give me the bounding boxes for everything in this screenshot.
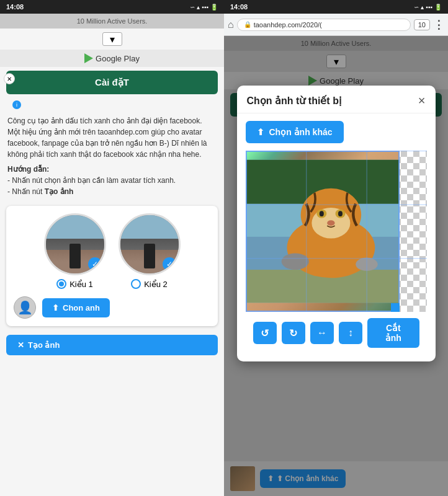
image-options: ✓ Kiểu 1 ✓ Kiểu 2 — [14, 213, 210, 289]
chevron-down-icon: ▾ — [110, 33, 115, 45]
left-status-bar: 14:08 ∽ ▴ ▪▪▪ 🔋 — [0, 0, 224, 14]
tiger-svg — [246, 151, 400, 312]
guide-title: Hướng dẫn: — [7, 165, 49, 174]
tao-anh-icon: ✕ — [17, 340, 24, 350]
option2-label: Kiểu 2 — [144, 280, 168, 289]
google-play-text: Google Play — [96, 54, 140, 63]
flip-h-icon: ↔ — [317, 327, 327, 339]
crop-handle[interactable] — [391, 303, 400, 312]
controls-row: ↺ ↻ ↔ ↕ Cắt ảnh — [246, 312, 427, 354]
modal-title: Chọn ảnh từ thiết bị — [247, 95, 341, 107]
image-option-1: ✓ Kiểu 1 — [44, 213, 106, 289]
tab-count-btn[interactable]: 10 — [414, 19, 430, 30]
left-close-btn[interactable]: ✕ — [4, 73, 15, 84]
home-button[interactable]: ⌂ — [228, 19, 234, 30]
modal-overlay: Chọn ảnh từ thiết bị × ⬆ Chọn ảnh khác — [224, 36, 448, 496]
url-text: taoanhdep.com/2020/( — [254, 21, 322, 29]
desc-paragraph: Công cụ tạo ảnh dấu tích xanh cho ảnh đạ… — [7, 115, 217, 160]
guide-step1: - Nhấn nút chọn ảnh bạn cần làm avatar t… — [7, 176, 176, 185]
lock-icon: 🔒 — [244, 21, 251, 28]
right-signal-icon: ▪▪▪ — [426, 4, 432, 11]
right-status-bar: 14:08 ∽ ▴ ▪▪▪ 🔋 — [224, 0, 448, 14]
url-bar[interactable]: 🔒 taoanhdep.com/2020/( — [237, 19, 411, 31]
google-play-logo: Google Play — [84, 53, 140, 63]
left-description: Công cụ tạo ảnh dấu tích xanh cho ảnh đạ… — [0, 109, 224, 201]
play-icon — [84, 53, 93, 63]
guide-bold: Tạo ảnh — [45, 187, 74, 196]
svg-point-12 — [281, 253, 308, 270]
bluetooth-icon: ∽ — [190, 4, 195, 11]
right-wifi-icon: ▴ — [421, 4, 424, 11]
flip-v-icon: ↕ — [348, 327, 353, 339]
svg-point-11 — [327, 220, 334, 226]
card-bottom: 👤 ⬆ Chon anh — [14, 296, 210, 319]
flip-h-btn[interactable]: ↔ — [310, 322, 334, 344]
right-time: 14:08 — [230, 3, 248, 11]
wifi-icon: ▴ — [197, 4, 200, 11]
left-ad-banner: 10 Million Active Users. — [0, 14, 224, 29]
right-bluetooth-icon: ∽ — [414, 4, 419, 11]
signal-icon: ▪▪▪ — [202, 4, 208, 11]
tao-anh-button[interactable]: ✕ Tạo ảnh — [6, 335, 218, 355]
rotate-left-btn[interactable]: ↺ — [253, 322, 277, 344]
right-content-area: 10 Million Active Users. ▾ Google Play C… — [224, 36, 448, 496]
guide-section: Hướng dẫn: - Nhấn nút chọn ảnh bạn cần l… — [7, 164, 217, 197]
chon-anh-khac-label: Chọn ảnh khác — [269, 127, 333, 137]
right-panel: 14:08 ∽ ▴ ▪▪▪ 🔋 ⌂ 🔒 taoanhdep.com/2020/(… — [224, 0, 448, 496]
svg-point-9 — [319, 211, 323, 216]
close-icon: ✕ — [7, 76, 12, 82]
svg-point-13 — [356, 258, 377, 271]
verified-badge-2: ✓ — [163, 257, 176, 271]
crop-area[interactable] — [246, 151, 427, 312]
modal-box: Chọn ảnh từ thiết bị × ⬆ Chọn ảnh khác — [237, 86, 436, 361]
option2-image: ✓ — [119, 213, 181, 275]
svg-point-10 — [338, 211, 342, 216]
chon-anh-khac-btn[interactable]: ⬆ Chọn ảnh khác — [246, 121, 344, 143]
browser-menu-icon[interactable]: ⋮ — [433, 18, 444, 32]
tao-anh-label: Tạo ảnh — [28, 340, 60, 350]
option2-radio[interactable] — [131, 279, 141, 289]
option1-label: Kiểu 1 — [69, 280, 93, 289]
option1-radio[interactable] — [56, 279, 66, 289]
left-status-icons: ∽ ▴ ▪▪▪ 🔋 — [190, 4, 218, 11]
left-install-btn[interactable]: Cài đặT — [6, 71, 218, 94]
flip-v-btn[interactable]: ↕ — [339, 322, 362, 344]
upload-icon: ⬆ — [52, 303, 59, 312]
left-panel: 14:08 ∽ ▴ ▪▪▪ 🔋 10 Million Active Users.… — [0, 0, 224, 496]
left-image-card: ✓ Kiểu 1 ✓ Kiểu 2 — [6, 206, 218, 326]
modal-body: ⬆ Chọn ảnh khác — [237, 113, 436, 361]
person-icon: 👤 — [17, 300, 33, 315]
person-2 — [144, 244, 155, 268]
chon-anh-label: Chon anh — [63, 303, 100, 312]
option1-image: ✓ — [44, 213, 106, 275]
rotate-right-btn[interactable]: ↻ — [282, 322, 305, 344]
modal-header: Chọn ảnh từ thiết bị × — [237, 86, 436, 113]
rotate-left-icon: ↺ — [261, 327, 269, 339]
image-option-2: ✓ Kiểu 2 — [119, 213, 181, 289]
info-icon: i — [12, 100, 21, 109]
right-battery-icon: 🔋 — [434, 4, 442, 11]
right-status-icons: ∽ ▴ ▪▪▪ 🔋 — [414, 4, 442, 11]
person-1 — [69, 244, 81, 268]
tiger-image — [246, 151, 400, 312]
option2-radio-label[interactable]: Kiểu 2 — [131, 279, 168, 289]
left-ad-text: 10 Million Active Users. — [77, 17, 148, 25]
option1-radio-label[interactable]: Kiểu 1 — [56, 279, 93, 289]
left-google-play: Google Play — [0, 50, 224, 67]
browser-bar: ⌂ 🔒 taoanhdep.com/2020/( 10 ⋮ — [224, 14, 448, 36]
guide-step2: - Nhấn nút — [7, 187, 42, 196]
battery-icon: 🔋 — [210, 4, 218, 11]
verified-badge-1: ✓ — [88, 257, 102, 271]
upload-icon-modal: ⬆ — [257, 127, 264, 137]
avatar-placeholder: 👤 — [14, 296, 36, 319]
chon-anh-button[interactable]: ⬆ Chon anh — [42, 298, 110, 317]
left-time: 14:08 — [6, 3, 24, 11]
left-collapse-btn[interactable]: ▾ — [102, 32, 122, 46]
modal-close-btn[interactable]: × — [418, 94, 426, 107]
cat-anh-btn[interactable]: Cắt ảnh — [367, 318, 419, 348]
rotate-right-icon: ↻ — [289, 327, 297, 339]
